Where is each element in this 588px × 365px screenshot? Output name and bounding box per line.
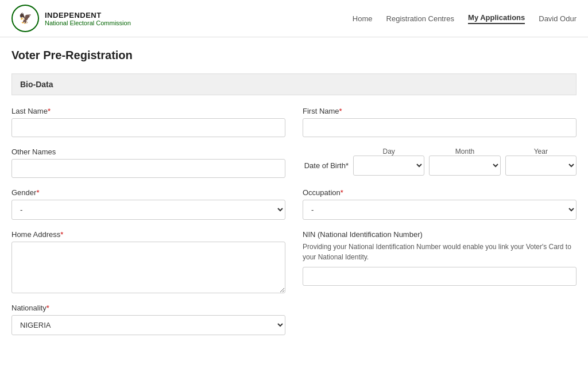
nin-group: NIN (National Identification Number) Pro… <box>303 230 577 286</box>
home-address-textarea[interactable] <box>11 242 285 293</box>
main-nav: Home Registration Centres My Application… <box>353 13 577 24</box>
gender-occupation-row: Gender* - Occupation* - <box>11 188 577 220</box>
first-name-required: * <box>339 107 342 115</box>
dob-year-col-label: Year <box>505 147 577 156</box>
nav-home[interactable]: Home <box>353 14 373 23</box>
home-address-label: Home Address* <box>11 230 285 239</box>
first-name-group: First Name* <box>303 107 577 137</box>
nationality-group: Nationality* NIGERIA <box>11 304 285 335</box>
last-name-required: * <box>48 107 51 115</box>
dob-month-col-label: Month <box>429 147 500 156</box>
other-names-col: Other Names <box>11 147 285 178</box>
other-names-label: Other Names <box>11 147 285 156</box>
nationality-col: Nationality* NIGERIA <box>11 304 285 335</box>
occupation-required: * <box>341 188 343 197</box>
nav-user-profile[interactable]: David Odur <box>539 14 577 23</box>
occupation-select[interactable]: - <box>303 200 577 220</box>
dob-col-labels-row: Day Month Year <box>303 147 577 156</box>
first-name-input[interactable] <box>303 118 577 137</box>
first-name-col: First Name* <box>303 107 577 137</box>
eagle-icon: 🦅 <box>19 12 32 25</box>
dob-group: Day Month Year Date of Birth* <box>303 147 577 176</box>
voter-pre-registration-form: Last Name* First Name* Other Names <box>11 107 577 335</box>
last-name-col: Last Name* <box>11 107 285 137</box>
dob-label: Date of Birth* <box>303 161 349 170</box>
page-title: Voter Pre-Registration <box>11 49 577 62</box>
last-name-input[interactable] <box>11 118 285 137</box>
logo-area: 🦅 INDEPENDENT National Electoral Commiss… <box>11 5 131 32</box>
home-address-required: * <box>60 230 63 239</box>
org-text: INDEPENDENT National Electoral Commissio… <box>45 11 131 26</box>
page-content: Voter Pre-Registration Bio-Data Last Nam… <box>0 37 588 365</box>
gender-required: * <box>36 188 39 197</box>
home-address-col: Home Address* <box>11 230 285 293</box>
gender-label: Gender* <box>11 188 285 197</box>
nav-registration-centres[interactable]: Registration Centres <box>386 14 455 23</box>
dob-selects <box>353 156 577 176</box>
last-name-group: Last Name* <box>11 107 285 137</box>
nationality-select[interactable]: NIGERIA <box>11 315 285 335</box>
name-row: Last Name* First Name* <box>11 107 577 137</box>
other-names-input[interactable] <box>11 159 285 178</box>
bio-data-section-header: Bio-Data <box>11 73 577 95</box>
other-dob-row: Other Names Day Month Year <box>11 147 577 178</box>
occupation-col: Occupation* - <box>303 188 577 220</box>
nin-col: NIN (National Identification Number) Pro… <box>303 230 577 293</box>
org-subtitle: National Electoral Commission <box>45 20 131 26</box>
dob-day-select[interactable] <box>353 156 424 176</box>
nationality-required: * <box>47 304 49 312</box>
dob-selects-row: Date of Birth* <box>303 156 577 176</box>
nationality-label: Nationality* <box>11 304 285 312</box>
last-name-label: Last Name* <box>11 107 285 115</box>
nin-description: Providing your National Identification N… <box>303 242 577 262</box>
gender-group: Gender* - <box>11 188 285 220</box>
nationality-empty-col <box>303 304 577 335</box>
other-names-group: Other Names <box>11 147 285 178</box>
nin-label: NIN (National Identification Number) <box>303 230 577 239</box>
section-label: Bio-Data <box>20 80 53 89</box>
logo-inner: 🦅 <box>13 6 38 31</box>
dob-required: * <box>346 161 349 170</box>
nationality-row: Nationality* NIGERIA <box>11 304 577 335</box>
gender-select[interactable]: - <box>11 200 285 220</box>
address-nin-row: Home Address* NIN (National Identificati… <box>11 230 577 293</box>
dob-col: Day Month Year Date of Birth* <box>303 147 577 178</box>
nin-input[interactable] <box>303 267 577 286</box>
occupation-group: Occupation* - <box>303 188 577 220</box>
first-name-label: First Name* <box>303 107 577 115</box>
dob-month-select[interactable] <box>429 156 500 176</box>
dob-day-col-label: Day <box>353 147 424 156</box>
nav-my-applications[interactable]: My Applications <box>468 13 525 24</box>
dob-col-labels: Day Month Year <box>353 147 577 156</box>
gender-col: Gender* - <box>11 188 285 220</box>
occupation-label: Occupation* <box>303 188 577 197</box>
dob-year-select[interactable] <box>505 156 577 176</box>
app-header: 🦅 INDEPENDENT National Electoral Commiss… <box>0 0 588 37</box>
org-name: INDEPENDENT <box>45 11 131 20</box>
logo-icon: 🦅 <box>11 5 39 32</box>
home-address-group: Home Address* <box>11 230 285 293</box>
